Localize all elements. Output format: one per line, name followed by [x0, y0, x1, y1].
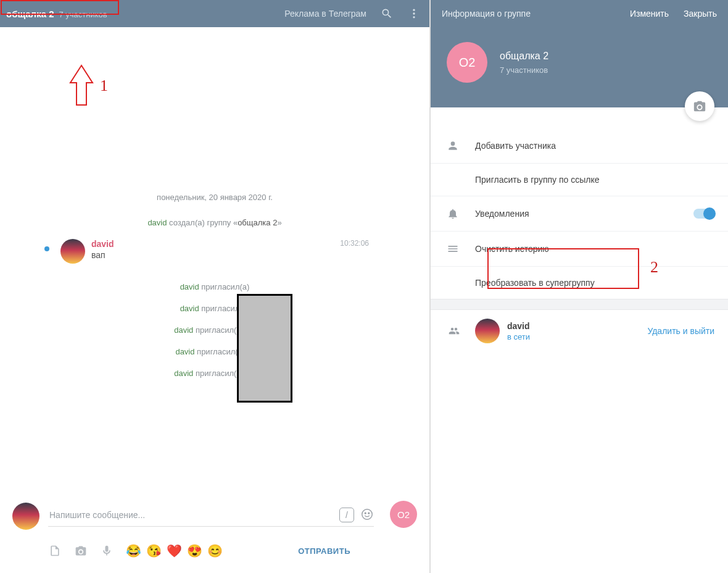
emoji-laugh-icon[interactable]: 😂: [126, 543, 141, 558]
clear-history-row[interactable]: Очистить историю: [431, 232, 728, 267]
camera-icon[interactable]: [74, 544, 88, 558]
svg-point-2: [413, 16, 415, 18]
notifications-toggle[interactable]: [693, 209, 714, 219]
unread-dot-icon: [44, 246, 49, 251]
leave-group-button[interactable]: Удалить и выйти: [647, 326, 714, 336]
annotation-number-1: 1: [100, 77, 108, 95]
group-avatar[interactable]: О2: [447, 42, 487, 83]
svg-point-0: [413, 9, 415, 11]
recipient-avatar[interactable]: О2: [390, 501, 417, 528]
system-invite-line: david пригласил(а) M: [0, 347, 429, 356]
member-avatar[interactable]: [475, 319, 500, 343]
chat-pane: общалка 2 7 участников Реклама в Телегра…: [0, 0, 431, 573]
info-header-title: Информация о группе: [442, 9, 531, 19]
chat-subtitle: 7 участников: [59, 10, 107, 19]
info-hero: О2 общалка 2 7 участников: [431, 27, 728, 107]
message-text: вап: [91, 250, 340, 260]
annotation-number-2: 2: [650, 258, 658, 277]
group-members-count: 7 участников: [500, 65, 548, 75]
redacted-block: [237, 294, 292, 403]
user-link[interactable]: david: [175, 347, 194, 356]
bell-icon: [447, 207, 475, 220]
menu-icon: [447, 243, 475, 255]
emoji-hearteyes-icon[interactable]: 😍: [187, 543, 202, 558]
system-invite-line: david пригласил(а) Vk: [0, 325, 429, 335]
emoji-smile-icon[interactable]: 😊: [207, 543, 223, 558]
member-name: david: [507, 321, 530, 331]
user-link[interactable]: david: [147, 218, 167, 227]
message-row: david вап 10:32:06: [0, 233, 429, 270]
emoji-heart-icon[interactable]: ❤️: [167, 543, 182, 558]
header-ad-link[interactable]: Реклама в Телеграм: [284, 9, 366, 19]
user-link[interactable]: david: [174, 325, 193, 335]
svg-point-1: [413, 12, 415, 14]
members-separator: [431, 299, 728, 310]
emoji-picker-icon[interactable]: [360, 508, 374, 523]
info-header: Информация о группе Изменить Закрыть: [431, 0, 728, 27]
self-avatar[interactable]: [12, 503, 39, 530]
system-created-line: david создал(а) группу «общалка 2»: [0, 218, 429, 227]
format-icon[interactable]: /: [339, 508, 354, 522]
system-invite-line: david пригласил(а) Vk: [0, 369, 429, 378]
composer: / О2 😂: [0, 494, 429, 573]
chat-title: общалка 2: [6, 9, 54, 19]
search-icon[interactable]: [380, 7, 394, 20]
svg-point-3: [362, 509, 373, 519]
send-button[interactable]: ОТПРАВИТЬ: [298, 546, 350, 556]
person-icon: [447, 140, 475, 152]
chat-header[interactable]: общалка 2 7 участников Реклама в Телегра…: [0, 0, 429, 27]
close-button[interactable]: Закрыть: [684, 9, 717, 19]
user-link[interactable]: david: [174, 369, 193, 378]
notifications-row[interactable]: Уведомления: [431, 196, 728, 232]
member-status: в сети: [507, 332, 530, 341]
user-link[interactable]: david: [180, 282, 199, 291]
system-invite-line: david пригласил(а): [0, 282, 429, 291]
invite-link-row[interactable]: Пригласить в группу по ссылке: [431, 164, 728, 196]
chat-body: 1 понедельник, 20 января 2020 г. david с…: [0, 27, 429, 494]
people-icon: [447, 325, 475, 337]
message-input[interactable]: [49, 510, 331, 520]
message-author[interactable]: david: [91, 239, 340, 249]
svg-point-5: [368, 512, 370, 514]
group-info-pane: Информация о группе Изменить Закрыть О2 …: [431, 0, 728, 573]
more-icon[interactable]: [407, 7, 421, 20]
convert-supergroup-row[interactable]: Преобразовать в супергруппу: [431, 267, 728, 299]
attach-file-icon[interactable]: [48, 544, 62, 558]
member-row[interactable]: david в сети Удалить и выйти: [431, 310, 728, 352]
annotation-arrow-icon: [69, 64, 94, 107]
system-invite-line: david пригласил(а): [0, 304, 429, 313]
emoji-kiss-icon[interactable]: 😘: [146, 543, 162, 558]
group-name: общалка 2: [500, 51, 548, 62]
user-link[interactable]: david: [180, 304, 199, 313]
edit-button[interactable]: Изменить: [630, 9, 669, 19]
message-time: 10:32:06: [340, 239, 369, 248]
info-list: Добавить участника Пригласить в группу п…: [431, 107, 728, 352]
date-separator: понедельник, 20 января 2020 г.: [0, 193, 429, 202]
avatar[interactable]: [60, 239, 85, 264]
add-member-row[interactable]: Добавить участника: [431, 128, 728, 164]
svg-point-4: [365, 512, 366, 514]
quick-emoji-row: 😂 😘 ❤️ 😍 😊: [126, 543, 223, 558]
microphone-icon[interactable]: [100, 544, 114, 558]
